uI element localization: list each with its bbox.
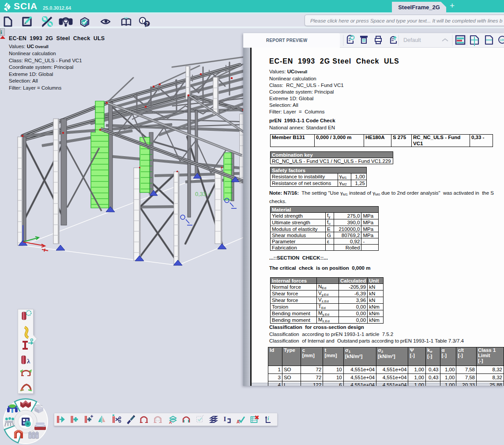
svg-text:?: ? [146,21,148,26]
svg-text:I: I [224,415,226,422]
svg-text:λ: λ [27,358,30,365]
svg-text:i: i [142,19,143,23]
svg-text:Default: Default [403,37,421,43]
svg-text:A: A [169,420,172,425]
svg-text:100: 100 [500,38,504,41]
svg-text:i: i [267,415,269,422]
svg-text:0,33 ~: 0,33 ~ [195,191,211,197]
